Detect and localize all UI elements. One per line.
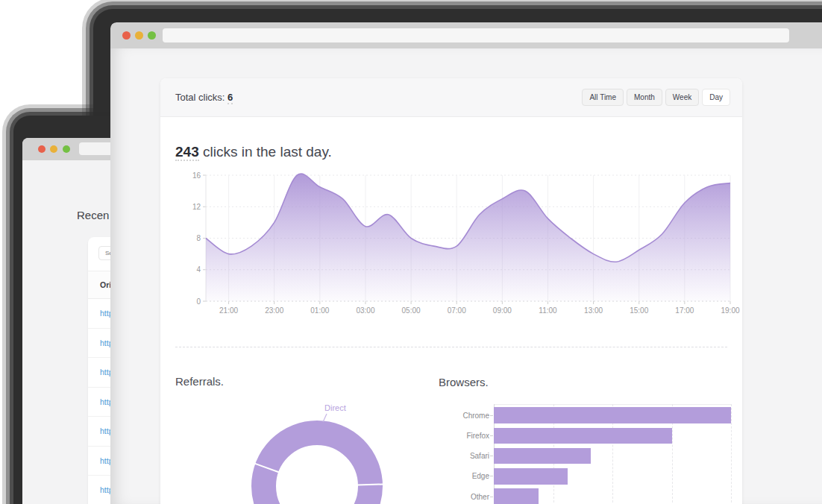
front-address-bar[interactable]	[163, 28, 789, 42]
bar-row: Safari	[448, 448, 591, 464]
svg-text:23:00: 23:00	[265, 306, 283, 315]
svg-text:03:00: 03:00	[356, 306, 374, 315]
minimize-icon[interactable]	[50, 145, 57, 153]
bar-category-label: Chrome	[448, 412, 489, 420]
referrals-donut-chart: Direct	[242, 399, 399, 504]
bar-row: Edge	[448, 468, 568, 485]
svg-text:15:00: 15:00	[630, 306, 648, 315]
bar-value-rect	[494, 428, 672, 444]
bar-axis-tick	[490, 456, 493, 456]
bar-category-label: Other	[448, 493, 489, 501]
donut-label-leader-line	[323, 414, 327, 422]
clicks-headline: 243 clicks in the last day.	[175, 144, 332, 160]
svg-text:01:00: 01:00	[310, 306, 329, 315]
range-filter-group: All TimeMonthWeekDay	[582, 89, 730, 106]
bar-axis-tick	[490, 415, 493, 416]
range-button-week[interactable]: Week	[665, 89, 699, 106]
analytics-page: Total clicks: 6 All TimeMonthWeekDay 243…	[110, 48, 822, 504]
svg-text:16: 16	[192, 171, 201, 180]
bar-chart-gridline	[731, 404, 732, 504]
maximize-icon[interactable]	[148, 31, 156, 40]
front-titlebar	[110, 22, 822, 48]
clicks-count: 243	[175, 144, 199, 161]
close-icon[interactable]	[122, 31, 131, 40]
svg-text:19:00: 19:00	[721, 306, 739, 315]
svg-text:0: 0	[196, 297, 201, 306]
bar-axis-tick	[490, 476, 493, 476]
maximize-icon[interactable]	[63, 145, 70, 153]
segment-separator	[357, 485, 383, 485]
svg-text:21:00: 21:00	[219, 306, 238, 315]
clicks-headline-text: clicks in the last day.	[199, 144, 332, 160]
range-button-month[interactable]: Month	[627, 89, 662, 106]
area-chart-canvas: 048121621:0023:0001:0003:0005:0007:0009:…	[174, 169, 741, 318]
desktop: { "colors": { "accent_purple": "#b39ddb"…	[0, 0, 822, 504]
svg-text:11:00: 11:00	[539, 306, 557, 315]
browsers-title: Browsers.	[439, 376, 489, 388]
section-divider	[175, 347, 727, 347]
svg-text:12: 12	[192, 203, 201, 211]
area-series-fill	[206, 174, 730, 301]
svg-text:4: 4	[196, 265, 201, 274]
browsers-bar-chart: ChromeFirefoxSafariEdgeOther	[448, 401, 740, 504]
total-clicks-label: Total clicks:	[175, 92, 225, 103]
analytics-card: Total clicks: 6 All TimeMonthWeekDay 243…	[160, 78, 742, 504]
bar-value-rect	[494, 407, 731, 423]
donut-ring	[264, 433, 371, 504]
total-clicks-value: 6	[228, 92, 233, 104]
bar-value-rect	[494, 488, 539, 504]
svg-text:17:00: 17:00	[675, 306, 694, 315]
clicks-area-chart: 048121621:0023:0001:0003:0005:0007:0009:…	[174, 169, 741, 318]
card-header: Total clicks: 6 All TimeMonthWeekDay	[160, 78, 742, 117]
bar-row: Chrome	[448, 407, 731, 423]
bar-value-rect	[494, 468, 568, 485]
svg-text:09:00: 09:00	[493, 306, 512, 315]
front-browser-window: Total clicks: 6 All TimeMonthWeekDay 243…	[110, 22, 822, 504]
bar-axis-tick	[490, 435, 493, 436]
close-icon[interactable]	[38, 145, 46, 153]
range-button-all-time[interactable]: All Time	[582, 89, 624, 106]
donut-chart-canvas: Direct	[242, 399, 399, 504]
svg-text:13:00: 13:00	[584, 306, 603, 315]
bar-row: Other	[448, 488, 539, 504]
svg-text:05:00: 05:00	[402, 306, 421, 315]
minimize-icon[interactable]	[135, 31, 143, 40]
bar-category-label: Firefox	[448, 432, 489, 440]
bar-row: Firefox	[448, 427, 672, 444]
back-page-heading: Recen	[77, 209, 109, 221]
svg-text:8: 8	[196, 234, 201, 242]
bar-category-label: Edge	[448, 472, 489, 480]
total-clicks: Total clicks: 6	[175, 92, 233, 103]
bar-category-label: Safari	[448, 452, 489, 460]
range-button-day[interactable]: Day	[702, 89, 730, 106]
bar-value-rect	[494, 448, 591, 464]
donut-segment-label: Direct	[324, 403, 346, 412]
bar-axis-tick	[490, 497, 493, 497]
referrals-title: Referrals.	[175, 375, 224, 388]
svg-text:07:00: 07:00	[448, 306, 466, 315]
